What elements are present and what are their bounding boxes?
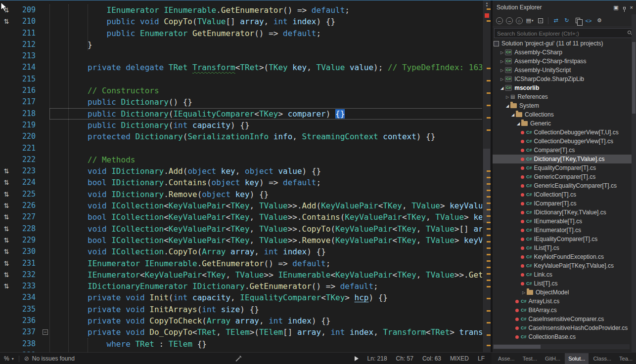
code-line[interactable]: 235 private void InitArrays(int size) {} [0,304,491,315]
switch-views-icon[interactable]: ▤▾ [526,17,534,25]
editor-vertical-scrollbar[interactable]: ▲▼ [482,0,491,352]
code-text[interactable]: bool ICollection<KeyValuePair<TKey, TVal… [49,211,491,223]
code-line[interactable]: 215 [0,74,491,85]
line-number[interactable]: 221 [13,143,43,154]
code-line[interactable]: 222 // Methods [0,154,491,165]
vscroll-thumb[interactable] [632,42,636,114]
code-editor[interactable]: ⇅209 IEnumerator IEnumerable.GetEnumerat… [0,0,491,352]
chevron-expanded-icon[interactable]: ◢ [515,121,521,126]
zoom-control[interactable]: % ▾ [4,355,14,362]
line-number[interactable]: 215 [13,74,43,85]
tree-item[interactable]: C#CaseInsensitiveComparer.cs [493,315,636,324]
play-icon[interactable] [355,356,359,361]
tree-item[interactable]: C#GenericEqualityComparer[T].cs [493,181,636,190]
line-number[interactable]: 212 [13,39,43,50]
chevron-collapsed-icon[interactable]: ▷ [499,68,505,73]
tree-item[interactable]: Solution 'project-gui' (11 of 11 project… [493,39,636,48]
code-line[interactable]: ⇅225 void IDictionary.Remove(object key)… [0,189,491,200]
line-number[interactable]: 211 [13,28,43,39]
line-number[interactable]: 230 [13,246,43,257]
code-line[interactable]: 218 public Dictionary(IEqualityComparer<… [0,108,491,120]
tree-item[interactable]: C#EqualityComparer[T].cs [493,163,636,172]
code-line[interactable]: 213 [0,50,491,62]
scrollbar-thumb[interactable] [483,149,490,223]
document-health-icon[interactable] [485,13,489,18]
tree-item[interactable]: ◢System [493,101,636,110]
code-line[interactable]: ⇅224 bool IDictionary.Contains(object ke… [0,177,491,188]
window-position-icon[interactable]: ▣ [613,4,618,10]
split-editor-icon[interactable]: ▲▼ [484,1,490,7]
line-number[interactable]: 209 [13,4,43,16]
code-text[interactable]: private delegate TRet Transform<TRet>(TK… [49,62,491,73]
reference-arrows-icon[interactable]: ⇅ [0,258,13,269]
code-line[interactable]: 214 private delegate TRet Transform<TRet… [0,62,491,73]
tree-item[interactable]: ◢Collections [493,110,636,119]
pin-icon[interactable] [623,4,626,10]
panel-tab[interactable]: GitH... [542,353,564,364]
code-text[interactable]: private static KeyValuePair<TKey, TValue… [49,350,491,352]
reference-arrows-icon[interactable]: ⇅ [0,281,13,292]
tree-item[interactable]: ▷C#Assembly-CSharp [493,48,636,57]
fold-collapse-icon[interactable]: – [43,329,48,335]
forward-icon[interactable]: → [506,17,513,24]
refresh-icon[interactable]: ↻ [563,17,571,25]
tree-item[interactable]: C#CollectionBase.cs [493,332,636,341]
panel-tab[interactable]: Solut... [565,353,589,364]
line-number[interactable]: 226 [13,200,43,211]
code-text[interactable]: void IDictionary.Add(object key, object … [49,165,491,177]
tree-item[interactable]: C#IComparer[T].cs [493,199,636,208]
line-number[interactable]: 232 [13,269,43,281]
panel-tab[interactable]: Test... [519,353,541,364]
panel-tab[interactable]: Asse... [495,353,518,364]
line-number[interactable]: 219 [13,120,43,131]
code-line[interactable]: ⇅223 void IDictionary.Add(object key, ob… [0,165,491,177]
code-text[interactable]: IEnumerator IEnumerable.GetEnumerator() … [49,4,491,16]
code-text[interactable]: public Enumerator GetEnumerator() => def… [49,28,491,39]
line-number[interactable]: 237 [13,326,43,338]
code-text[interactable]: private void InitArrays(int size) {} [49,304,491,315]
code-text[interactable]: IDictionaryEnumerator IDictionary.GetEnu… [49,281,491,292]
code-line[interactable]: 238 where TRet : TElem {} [0,338,491,350]
issues-indicator[interactable]: ⊘ No issues found [24,355,75,362]
line-number[interactable]: 229 [13,235,43,246]
tree-horizontal-scrollbar[interactable] [493,344,630,349]
code-text[interactable]: } [49,39,491,50]
code-text[interactable]: IEnumerator<KeyValuePair<TKey, TValue>> … [49,269,491,281]
code-line[interactable]: ⇅228 void ICollection<KeyValuePair<TKey,… [0,223,491,235]
reference-arrows-icon[interactable]: ⇅ [0,16,13,27]
char-indicator[interactable]: Ch: 57 [396,355,413,362]
code-line[interactable]: 220 protected Dictionary(SerializationIn… [0,131,491,142]
tree-item[interactable]: ▷C#Assembly-UnityScript [493,66,636,75]
pencil-icon[interactable] [235,357,240,362]
code-line[interactable]: ⇅232 IEnumerator<KeyValuePair<TKey, TVal… [0,269,491,281]
panel-tab[interactable]: Tea... [616,353,636,364]
panel-tab[interactable]: Class... [590,353,615,364]
tree-item[interactable]: ◢C#mscorlib [493,83,636,92]
code-line[interactable]: 236 private void CopyToCheck(Array array… [0,315,491,326]
code-line[interactable]: 237– private void Do_CopyTo<TRet, TElem>… [0,326,491,338]
code-text[interactable]: bool IDictionary.Contains(object key) =>… [49,177,491,188]
tree-item[interactable]: C#CollectionDebuggerView[T,U].cs [493,128,636,137]
reference-arrows-icon[interactable]: ⇅ [0,269,13,281]
chevron-expanded-icon[interactable]: ◢ [510,113,516,117]
line-indicator[interactable]: Ln: 218 [367,355,387,362]
line-number[interactable]: 213 [13,50,43,62]
tree-item[interactable]: C#BitArray.cs [493,306,636,315]
code-line[interactable]: 211 public Enumerator GetEnumerator() =>… [0,28,491,39]
line-number[interactable]: 235 [13,304,43,315]
code-text[interactable]: void IDictionary.Remove(object key) {} [49,189,491,200]
line-number[interactable]: 234 [13,292,43,303]
code-text[interactable]: protected Dictionary(SerializationInfo i… [49,131,491,142]
code-line[interactable]: ⇅231 IEnumerator IEnumerable.GetEnumerat… [0,258,491,269]
code-text[interactable]: public Dictionary() {} [49,96,491,108]
line-number[interactable]: 228 [13,223,43,235]
chevron-expanded-icon[interactable]: ◢ [499,86,505,90]
chevron-collapsed-icon[interactable]: ▷ [499,50,505,55]
tree-item[interactable]: C#ICollection[T].cs [493,190,636,199]
line-number[interactable]: 233 [13,281,43,292]
hscroll-thumb[interactable] [494,345,541,349]
line-number[interactable]: 231 [13,258,43,269]
tree-item[interactable]: C#ArrayList.cs [493,297,636,306]
line-number[interactable]: 218 [13,108,43,120]
code-text[interactable]: void ICollection<KeyValuePair<TKey, TVal… [49,200,491,211]
